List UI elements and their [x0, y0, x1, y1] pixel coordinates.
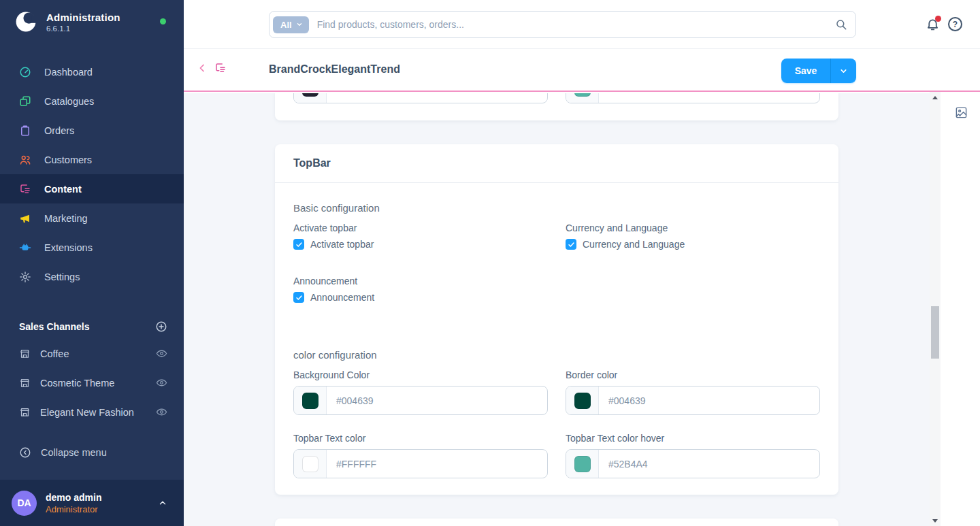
scrollbar-thumb[interactable]: [931, 306, 939, 359]
sidebar-item-content[interactable]: Content: [0, 174, 184, 203]
color-swatch: [302, 393, 318, 409]
content-icon: [19, 183, 31, 195]
user-menu[interactable]: DA demo admin Administrator: [0, 480, 184, 526]
color-value-input[interactable]: [327, 387, 547, 414]
sales-channel-coffee[interactable]: Coffee: [0, 339, 184, 368]
scroll-down-button[interactable]: [930, 515, 941, 526]
status-online-dot: [160, 18, 166, 24]
color-swatch: [574, 393, 591, 409]
check-icon: [295, 241, 303, 248]
color-configuration-heading: color configuration: [293, 349, 820, 361]
search-input[interactable]: [309, 19, 835, 30]
scroll-up-button[interactable]: [930, 92, 941, 103]
user-name: demo admin: [46, 492, 149, 503]
color-input-partial[interactable]: [293, 93, 548, 103]
extensions-icon: [19, 242, 31, 254]
checkbox-label: Currency and Language: [583, 239, 685, 250]
color-swatch-button[interactable]: [294, 387, 327, 414]
checkbox-label: Activate topbar: [310, 239, 374, 250]
field-label-border-color: Border color: [566, 369, 820, 380]
sidebar-item-label: Orders: [44, 125, 74, 136]
sidebar-item-orders[interactable]: Orders: [0, 116, 184, 145]
user-role: Administrator: [46, 504, 149, 514]
checkbox-checked[interactable]: [293, 239, 304, 250]
check-icon: [568, 241, 575, 248]
sidebar-item-label: Settings: [44, 272, 80, 282]
avatar: DA: [12, 491, 37, 516]
color-value-input[interactable]: [327, 450, 547, 478]
chevron-down-icon: [839, 67, 848, 76]
save-dropdown-button[interactable]: [830, 59, 856, 83]
sidebar-item-settings[interactable]: Settings: [0, 262, 184, 291]
settings-icon: [19, 271, 31, 283]
sales-channel-elegant-new-fashion[interactable]: Elegant New Fashion: [0, 397, 184, 427]
sidebar-item-marketing[interactable]: Marketing: [0, 203, 184, 233]
orders-icon: [19, 125, 31, 137]
color-swatch-button[interactable]: [294, 93, 327, 103]
content-module-icon[interactable]: [214, 62, 227, 74]
color-swatch-button[interactable]: [566, 93, 599, 103]
activate-topbar-checkbox-row[interactable]: Activate topbar: [293, 239, 548, 250]
eye-icon[interactable]: [156, 406, 167, 418]
announcement-checkbox-row[interactable]: Announcement: [293, 292, 548, 303]
color-input-partial[interactable]: [566, 93, 820, 103]
vertical-scrollbar[interactable]: [930, 92, 941, 526]
color-value-input[interactable]: [599, 450, 819, 478]
search-filter-dropdown[interactable]: All: [273, 16, 309, 33]
color-value-input[interactable]: [599, 387, 819, 414]
save-split-button: Save: [781, 59, 856, 83]
topbar-config-card: TopBar Basic configuration Activate topb…: [275, 144, 838, 495]
storefront-icon: [19, 348, 31, 359]
app-title: Administration: [46, 12, 120, 23]
sidebar-item-extensions[interactable]: Extensions: [0, 233, 184, 262]
sidebar-item-dashboard[interactable]: Dashboard: [0, 57, 184, 86]
checkbox-checked[interactable]: [293, 292, 304, 303]
sidebar-item-customers[interactable]: Customers: [0, 145, 184, 174]
shopware-logo-icon: [14, 10, 38, 34]
back-button-icon[interactable]: [197, 63, 208, 73]
color-swatch-button[interactable]: [566, 387, 599, 414]
help-button[interactable]: ?: [948, 17, 962, 31]
sales-channel-label: Elegant New Fashion: [40, 407, 146, 418]
collapse-menu-button[interactable]: Collapse menu: [0, 439, 184, 466]
check-icon: [295, 294, 303, 301]
currency-language-checkbox-row[interactable]: Currency and Language: [566, 239, 820, 250]
question-mark-icon: ?: [953, 20, 958, 29]
sales-channel-cosmetic-theme[interactable]: Cosmetic Theme: [0, 368, 184, 397]
color-swatch-button[interactable]: [294, 450, 327, 478]
eye-icon[interactable]: [156, 377, 167, 389]
notification-badge-dot: [935, 16, 941, 22]
field-label-topbar-text-color-hover: Topbar Text color hover: [566, 433, 820, 444]
field-label-topbar-text-color: Topbar Text color: [293, 433, 548, 444]
add-sales-channel-icon[interactable]: [155, 320, 167, 333]
search-filter-label: All: [280, 20, 292, 30]
storefront-icon: [19, 406, 31, 418]
global-search[interactable]: All: [269, 11, 856, 38]
color-swatch: [574, 93, 591, 97]
notifications-button[interactable]: [926, 17, 941, 32]
chevron-down-icon: [296, 21, 303, 28]
color-swatch-button[interactable]: [566, 450, 599, 478]
field-label-activate-topbar: Activate topbar: [293, 223, 548, 233]
topbar-text-color-input: [293, 449, 548, 478]
checkbox-checked[interactable]: [566, 239, 576, 250]
collapse-menu-label: Collapse menu: [41, 447, 107, 458]
field-label-currency-language: Currency and Language: [566, 223, 820, 233]
sidebar-item-catalogues[interactable]: Catalogues: [0, 86, 184, 116]
app-version: 6.6.1.1: [46, 24, 120, 33]
sidebar-item-label: Dashboard: [44, 67, 93, 78]
scroll-down-icon: [932, 519, 938, 523]
eye-icon[interactable]: [156, 348, 167, 359]
image-icon[interactable]: [955, 106, 968, 119]
search-icon: [835, 18, 847, 31]
topbar-text-color-hover-input: [566, 449, 820, 478]
marketing-icon: [19, 212, 31, 225]
customers-icon: [19, 154, 31, 166]
sales-channel-label: Cosmetic Theme: [40, 378, 146, 389]
previous-config-card-partial: [275, 93, 838, 120]
save-button[interactable]: Save: [781, 59, 830, 83]
media-sidebar-rail: [941, 92, 980, 526]
field-label-announcement: Announcement: [293, 276, 548, 286]
border-color-input: [566, 386, 820, 415]
sidebar-item-label: Customers: [44, 154, 92, 165]
